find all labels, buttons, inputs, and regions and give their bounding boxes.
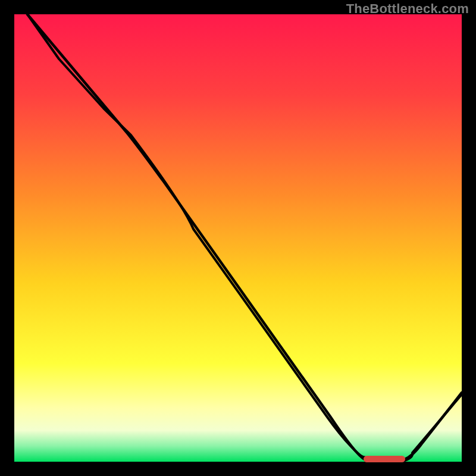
plot-background (14, 14, 462, 462)
chart-stage: TheBottleneck.com (0, 0, 476, 476)
watermark-text: TheBottleneck.com (346, 1, 469, 17)
chart-svg (0, 0, 476, 476)
optimal-range-marker (364, 456, 405, 462)
